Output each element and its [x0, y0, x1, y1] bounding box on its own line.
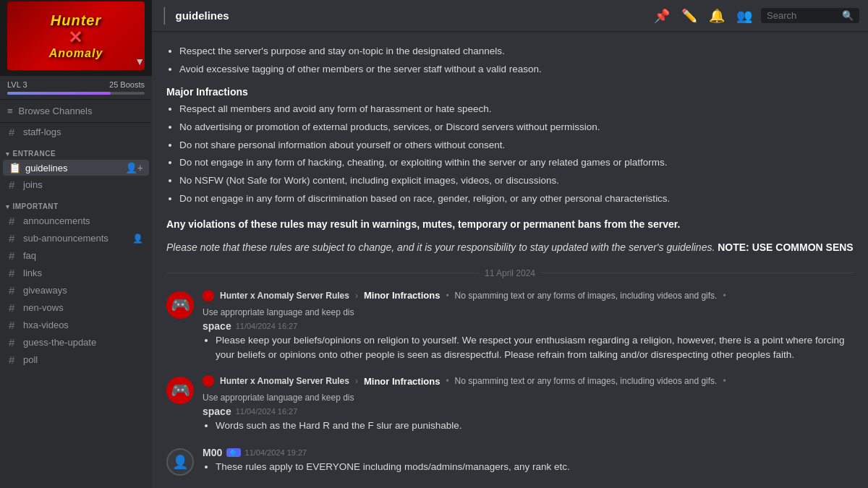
channel-item-poll[interactable]: # poll [3, 351, 149, 368]
pin-icon[interactable]: 📌 [651, 5, 673, 27]
category-chevron-icon: ▾ [6, 203, 10, 210]
channel-item-giveaways[interactable]: # giveaways [3, 282, 149, 299]
message-list-item: These rules apply to EVERYONE including … [216, 460, 854, 474]
boost-progress-bar [7, 92, 145, 95]
avatar-icon: 🎮 [171, 296, 190, 314]
embed-server-name: Hunter x Anomaly Server Rules [220, 376, 349, 386]
message-author: space [203, 406, 231, 417]
rules-intro: Respect the server's purpose and stay on… [166, 43, 854, 78]
message-time: 11/04/2024 19:27 [245, 448, 307, 457]
channel-item-sub-announcements[interactable]: # sub-announcements 👤 [3, 230, 149, 247]
message-block: 🎮 Hunter x Anomaly Server Rules › Minor … [166, 290, 854, 364]
hash-icon: # [9, 179, 19, 191]
server-header[interactable]: Hunter ✕ Anomaly ▼ [0, 0, 152, 76]
embed-server-name: Hunter x Anomaly Server Rules [220, 291, 349, 301]
channel-list: # staff-logs ▾ ENTRANCE 📋 guidelines 👤+ … [0, 123, 152, 488]
category-label: IMPORTANT [13, 202, 59, 210]
channel-name: giveaways [23, 285, 67, 296]
hash-icon: # [9, 301, 19, 314]
channel-item-links[interactable]: # links [3, 265, 149, 281]
message-body: Words such as the Hard R and the F slur … [203, 419, 854, 433]
rule-item: Avoid excessive tagging of other members… [179, 61, 854, 78]
channel-name: faq [23, 250, 36, 261]
boost-fill [7, 92, 111, 95]
boost-bar-container: LVL 3 25 Boosts [0, 76, 152, 100]
rule-item: Respect the server's purpose and stay on… [179, 43, 854, 60]
members-icon[interactable]: 👥 [733, 5, 755, 27]
violations-notice: Any violations of these rules may result… [166, 216, 854, 234]
boost-count-text[interactable]: 25 Boosts [109, 80, 145, 89]
server-logo: Hunter ✕ Anomaly [7, 1, 145, 70]
embed-separator: • [446, 376, 448, 386]
channel-name: guess-the-update [23, 337, 96, 348]
edit-icon[interactable]: ✏️ [678, 5, 700, 27]
hash-icon: # [9, 215, 19, 227]
message-author: M00 [203, 447, 222, 458]
main-content: Respect the server's purpose and stay on… [152, 32, 868, 488]
hash-icon: # [9, 354, 19, 366]
note-text: NOTE: USE COMMON SENS [718, 241, 853, 253]
violations-text: Any violations of these rules may result… [166, 218, 680, 230]
major-infractions-section: Major Infractions Respect all members an… [166, 84, 854, 207]
message-body: These rules apply to EVERYONE including … [203, 460, 854, 474]
embed-rule-text2: Use appropriate language and keep dis [203, 393, 354, 403]
hash-icon: # [9, 232, 19, 244]
date-divider: 11 April 2024 [166, 268, 854, 278]
channel-item-joins[interactable]: # joins [3, 176, 149, 193]
category-label: ENTRANCE [13, 150, 56, 158]
channel-item-nen-vows[interactable]: # nen-vows [3, 299, 149, 316]
topbar: │ guidelines 📌 ✏️ 🔔 👥 Search 🔍 [152, 0, 868, 32]
avatar: 🎮 [166, 377, 194, 404]
rule-item: Do not share personal information about … [179, 137, 854, 154]
category-important[interactable]: ▾ IMPORTANT [0, 194, 152, 212]
browse-channels-icon: ≡ [7, 106, 13, 116]
message-content: Hunter x Anomaly Server Rules › Minor In… [203, 375, 854, 435]
search-placeholder: Search [767, 10, 796, 21]
embed-rule-text2: Use appropriate language and keep dis [203, 307, 354, 317]
channel-name: announcements [23, 215, 90, 226]
add-member-icon[interactable]: 👤 [132, 234, 143, 244]
search-box[interactable]: Search 🔍 [761, 8, 859, 23]
sidebar: Hunter ✕ Anomaly ▼ LVL 3 25 Boosts ≡ Bro… [0, 0, 152, 488]
message-time: 11/04/2024 16:27 [236, 322, 298, 330]
channel-item-hxa-videos[interactable]: # hxa-videos [3, 317, 149, 333]
embed-channel: Minor Infractions [364, 290, 440, 301]
channel-name: staff-logs [23, 127, 61, 137]
avatar-icon: 👤 [172, 454, 188, 470]
embed-separator: • [723, 291, 726, 301]
message-body: Please keep your beliefs/opinions on rel… [203, 333, 854, 363]
message-block: 👤 M00 🔷 11/04/2024 19:27 These rules app… [166, 447, 854, 476]
category-entrance[interactable]: ▾ ENTRANCE [0, 141, 152, 159]
message-content: M00 🔷 11/04/2024 19:27 These rules apply… [203, 447, 854, 476]
browse-channels-button[interactable]: ≡ Browse Channels [0, 100, 152, 123]
channel-item-announcements[interactable]: # announcements [3, 213, 149, 229]
message-author: space [203, 320, 231, 332]
channel-name: joins [23, 179, 43, 190]
embed-header: Hunter x Anomaly Server Rules › Minor In… [203, 290, 854, 317]
major-infractions-title: Major Infractions [166, 84, 854, 101]
message-time: 11/04/2024 16:27 [236, 407, 298, 416]
embed-rule-text: No spamming text or any forms of images,… [455, 291, 718, 301]
rule-item: No advertising or promotion of external … [179, 119, 854, 136]
channel-item-guidelines[interactable]: 📋 guidelines 👤+ [3, 160, 149, 176]
channel-item-staff-logs[interactable]: # staff-logs [3, 124, 149, 140]
notification-icon[interactable]: 🔔 [706, 5, 728, 27]
channel-name: hxa-videos [23, 320, 69, 330]
bot-tag: 🔷 [226, 448, 240, 457]
topbar-hash-icon: │ [161, 7, 170, 24]
hash-icon: # [9, 319, 19, 331]
hash-icon: # [9, 249, 19, 262]
rule-item: Do not engage in any form of discriminat… [179, 191, 854, 207]
rule-item: Respect all members and avoid any form o… [179, 101, 854, 118]
category-chevron-icon: ▾ [6, 150, 10, 158]
channel-name: guidelines [25, 163, 68, 174]
channel-name: nen-vows [23, 302, 64, 313]
channel-name: links [23, 267, 42, 278]
channel-item-guess-the-update[interactable]: # guess-the-update [3, 334, 149, 351]
channel-item-faq[interactable]: # faq [3, 247, 149, 264]
avatar: 🎮 [166, 291, 194, 319]
add-member-icon[interactable]: 👤+ [125, 162, 143, 174]
embed-channel: Minor Infractions [364, 376, 440, 387]
channel-name: sub-announcements [23, 233, 109, 244]
browse-channels-label: Browse Channels [19, 106, 93, 116]
